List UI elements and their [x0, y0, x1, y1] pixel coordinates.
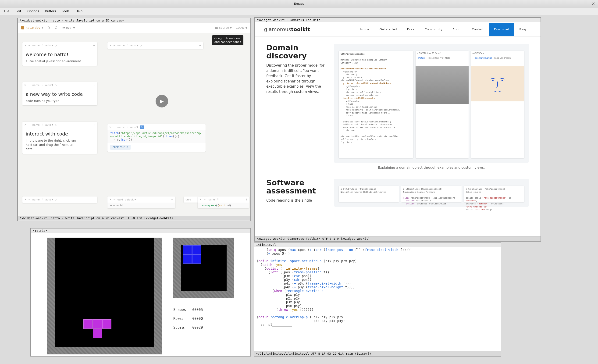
menu-edit[interactable]: Edit — [13, 8, 24, 14]
auto-dropdown[interactable]: auto ▼ — [45, 123, 53, 126]
tetris-board[interactable] — [47, 238, 162, 355]
close-icon[interactable]: ✕ — [24, 198, 26, 201]
menu-tools[interactable]: Tools — [59, 8, 72, 14]
name-dropdown[interactable]: name — [32, 84, 40, 87]
close-icon[interactable]: ✕ — [199, 198, 202, 201]
arrow-right-icon[interactable]: → — [171, 198, 173, 201]
name-dropdown[interactable]: name — [32, 198, 40, 201]
dash-icon[interactable]: − — [203, 198, 206, 201]
auto-dropdown[interactable]: auto ▼ — [130, 126, 138, 129]
grip-icon[interactable]: ⠿ — [127, 126, 128, 129]
name-dropdown[interactable]: name — [117, 44, 125, 47]
dash-icon[interactable]: − — [28, 44, 30, 47]
close-icon[interactable]: ✕ — [24, 84, 26, 87]
auto-dropdown[interactable]: auto ▼ — [45, 44, 53, 47]
pane-fetch[interactable]: ✕ − name ⠿ auto ▼ ▷ fetch("https://api.a… — [108, 124, 206, 152]
natto-canvas[interactable]: drag to transform and connect panes ▶ ✕ … — [18, 33, 250, 216]
glam-brand[interactable]: glamoroustoolkit — [264, 26, 310, 32]
play-button[interactable]: ▶ — [156, 95, 168, 108]
close-icon[interactable]: ✕ — [109, 44, 111, 47]
cursor-tool-icon[interactable] — [47, 26, 51, 30]
click-to-run-button[interactable]: click to run — [110, 145, 131, 150]
grip-icon[interactable]: ⠿ — [42, 198, 43, 201]
nav-blog[interactable]: Blog — [514, 23, 531, 36]
marquee-code: '<marquee>${uuid.v4( — [198, 203, 249, 208]
nav-community[interactable]: Community — [420, 23, 447, 36]
svg-point-0 — [492, 80, 494, 81]
nav-home[interactable]: Home — [355, 23, 374, 36]
dash-icon[interactable]: − — [113, 44, 115, 47]
pane-welcome[interactable]: ✕ − name ⠿ auto ▼ ▷ → welcome to natto! … — [22, 42, 97, 66]
zoom-dropdown[interactable]: 100% ▼ — [236, 26, 247, 29]
run-icon[interactable]: ▷ — [140, 125, 144, 129]
run-icon[interactable]: ▷ — [55, 123, 57, 126]
tetris-body[interactable]: Shapes: 00005 Rows: 00000 Score: 00029 — [31, 233, 250, 356]
name-dropdown[interactable]: name — [32, 123, 40, 126]
pane-empty-1[interactable]: ✕ − name ⠿ auto ▼ ▷ → — [108, 42, 203, 49]
run-icon[interactable]: ▷ — [55, 44, 57, 47]
pane-marquee[interactable]: ✕ − name ⠿ ? '<marquee>${uuid.v4( — [198, 197, 249, 208]
eval-dropdown[interactable]: ⇄ eval ▼ — [62, 26, 75, 29]
elisp-code[interactable]: (setq xpos (max xpos (+ (car (frame-posi… — [254, 247, 501, 351]
grip-icon[interactable]: ⠿ — [42, 44, 43, 47]
run-icon[interactable]: ▷ — [55, 198, 57, 201]
close-icon[interactable] — [591, 2, 595, 6]
run-icon[interactable]: ▷ — [140, 44, 142, 47]
grip-icon[interactable]: ⠿ — [127, 44, 128, 47]
uuid-label[interactable]: uuid — [117, 198, 123, 201]
nav-contact[interactable]: Contact — [467, 23, 489, 36]
grip-icon[interactable]: ⠿ — [217, 198, 219, 201]
source-dropdown[interactable]: ▦ source ▼ — [215, 26, 232, 29]
pane-text: code runs as you type — [26, 99, 94, 103]
face-placeholder — [471, 66, 524, 101]
auto-dropdown[interactable]: auto ▼ — [45, 198, 53, 201]
default-dropdown[interactable]: default ▼ — [125, 198, 136, 201]
grip-icon[interactable]: ⠿ — [42, 84, 43, 87]
auto-dropdown[interactable]: auto ▼ — [45, 84, 53, 87]
pane-interact[interactable]: ✕ − name ⠿ auto ▼ ▷ → interact with code… — [22, 122, 97, 154]
arrow-right-icon[interactable]: → — [199, 44, 201, 47]
arrow-right-icon[interactable]: → — [93, 123, 95, 126]
auto-dropdown[interactable]: auto ▼ — [130, 44, 138, 47]
grip-icon[interactable]: ⠿ — [42, 123, 43, 126]
dash-icon[interactable]: − — [28, 123, 30, 126]
pane-partial-1[interactable]: ✕ − name ⠿ auto ▼ ▷ — [22, 197, 97, 203]
natto-logo[interactable]: natto.dev ▼ — [21, 26, 43, 29]
arrow-right-icon[interactable]: → — [93, 44, 95, 47]
pane-toolbar: ✕ − name ⠿ auto ▼ ▷ → — [22, 82, 97, 88]
nav-about[interactable]: About — [448, 23, 467, 36]
menu-help[interactable]: Help — [73, 8, 85, 14]
menu-file[interactable]: File — [1, 8, 12, 14]
name-dropdown[interactable]: name — [208, 198, 215, 201]
name-dropdown[interactable]: name — [117, 126, 125, 129]
arrow-right-icon[interactable]: → — [93, 84, 95, 87]
close-icon[interactable]: ✕ — [24, 123, 26, 126]
close-icon[interactable]: ✕ — [109, 126, 111, 129]
pane-toolbar: ✕ − name ⠿ auto ▼ ▷ — [22, 197, 97, 203]
dash-icon[interactable]: − — [113, 126, 115, 129]
nav-docs[interactable]: Docs — [402, 23, 420, 36]
help-icon[interactable]: ? — [246, 198, 247, 201]
mock-panel: a GtRubyClass (MakeAppointment)Table sou… — [464, 186, 524, 202]
dash-icon[interactable]: − — [28, 84, 30, 87]
glam-section-2: Software assessment Code reading is the … — [255, 176, 540, 214]
pane-uuid[interactable]: ✕ − uuid default ▼ → npm uuid — [108, 197, 175, 208]
run-icon[interactable]: ▷ — [55, 84, 57, 87]
nav-download[interactable]: Download — [489, 23, 514, 36]
pane-toolbar: ✕ − uuid default ▼ → — [108, 197, 175, 203]
window-titlebar: Emacs — [0, 0, 598, 8]
mock-panel: a GtRubyClass (Unpublishing)Navigation S… — [339, 186, 399, 202]
window-title: Emacs — [294, 2, 304, 5]
name-dropdown[interactable]: name — [32, 44, 40, 47]
menu-buffers[interactable]: Buffers — [42, 8, 59, 14]
dash-icon[interactable]: − — [28, 198, 30, 201]
tetris-side: Shapes: 00005 Rows: 00000 Score: 00029 — [173, 238, 234, 351]
menu-options[interactable]: Options — [25, 8, 42, 14]
close-icon[interactable]: ✕ — [24, 44, 26, 47]
nav-get-started[interactable]: Get started — [374, 23, 402, 36]
pane-newway[interactable]: ✕ − name ⠿ auto ▼ ▷ → a new way to write… — [22, 82, 97, 105]
close-icon[interactable]: ✕ — [109, 198, 111, 201]
hand-tool-icon[interactable] — [55, 26, 58, 30]
dash-icon[interactable]: − — [113, 198, 115, 201]
pane-code[interactable]: fetch("https://api.artic.edu/api/v1/artw… — [108, 130, 206, 143]
